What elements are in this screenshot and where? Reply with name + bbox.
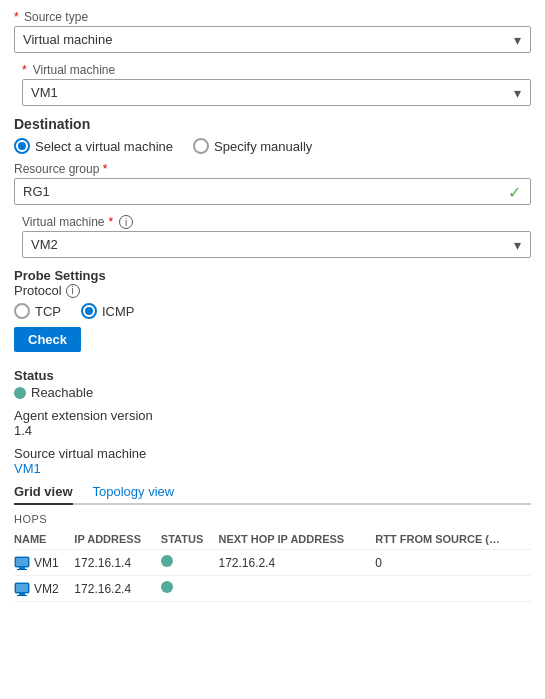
- probe-title: Probe Settings: [14, 268, 531, 283]
- status-section: Status Reachable: [14, 368, 531, 400]
- col-ip: IP ADDRESS: [74, 529, 161, 550]
- protocol-icmp-label: ICMP: [102, 304, 135, 319]
- col-name: NAME: [14, 529, 74, 550]
- vm-icon: [14, 556, 30, 570]
- status-value-row: Reachable: [14, 385, 531, 400]
- protocol-tcp-circle: [14, 303, 30, 319]
- svg-rect-5: [19, 593, 25, 595]
- source-vm-select[interactable]: VM1: [22, 79, 531, 106]
- destination-radio-group: Select a virtual machine Specify manuall…: [14, 138, 531, 154]
- hop-name-text: VM1: [34, 556, 59, 570]
- protocol-options: TCP ICMP: [14, 303, 531, 319]
- source-type-text: Source type: [24, 10, 88, 24]
- dest-vm-field: Virtual machine * i VM2: [14, 215, 531, 258]
- protocol-label-text: Protocol: [14, 283, 62, 298]
- source-vm-field-label: * Virtual machine: [22, 63, 531, 77]
- source-vm-select-wrapper: VM1: [22, 79, 531, 106]
- destination-radio-manual-circle: [193, 138, 209, 154]
- destination-radio-manual[interactable]: Specify manually: [193, 138, 312, 154]
- dest-vm-required-star: *: [109, 215, 114, 229]
- source-vm-required-star: *: [22, 63, 27, 77]
- source-vm-section: Source virtual machine VM1: [14, 446, 531, 476]
- protocol-icmp-circle: [81, 303, 97, 319]
- hop-status-ok: [161, 555, 173, 567]
- destination-title: Destination: [14, 116, 531, 132]
- resource-group-label: Resource group *: [14, 162, 531, 176]
- agent-version-label: Agent extension version: [14, 408, 531, 423]
- col-rtt: RTT FROM SOURCE (…: [375, 529, 531, 550]
- hop-rtt-cell: [375, 576, 531, 602]
- col-status: STATUS: [161, 529, 219, 550]
- hop-name-text: VM2: [34, 582, 59, 596]
- hop-status-cell: [161, 576, 219, 602]
- tab-grid-view[interactable]: Grid view: [14, 484, 73, 505]
- resource-group-select-wrapper: RG1 ✓: [14, 178, 531, 205]
- status-dot-green: [14, 387, 26, 399]
- dest-vm-info-icon[interactable]: i: [119, 215, 133, 229]
- status-title: Status: [14, 368, 531, 383]
- resource-group-field: Resource group * RG1 ✓: [14, 162, 531, 205]
- table-row: VM1 172.16.1.4172.16.2.40: [14, 550, 531, 576]
- hop-name-cell: VM1: [14, 550, 74, 576]
- dest-vm-select-wrapper: VM2: [22, 231, 531, 258]
- resource-group-select[interactable]: RG1: [14, 178, 531, 205]
- hop-name-cell: VM2: [14, 576, 74, 602]
- view-tabs: Grid view Topology view: [14, 484, 531, 505]
- protocol-tcp-radio[interactable]: TCP: [14, 303, 61, 319]
- source-vm-field-group: * Virtual machine VM1: [14, 63, 531, 106]
- dest-vm-select[interactable]: VM2: [22, 231, 531, 258]
- dest-vm-label: Virtual machine * i: [22, 215, 531, 229]
- source-type-label: * Source type: [14, 10, 531, 24]
- dest-vm-label-text: Virtual machine: [22, 215, 105, 229]
- source-vm-label-text: Virtual machine: [33, 63, 116, 77]
- hops-section: Hops NAME IP ADDRESS STATUS NEXT HOP IP …: [14, 513, 531, 602]
- hop-next-hop-cell: 172.16.2.4: [218, 550, 375, 576]
- destination-radio-vm[interactable]: Select a virtual machine: [14, 138, 173, 154]
- resource-group-required-star: *: [103, 162, 108, 176]
- protocol-tcp-label: TCP: [35, 304, 61, 319]
- tab-topology-view[interactable]: Topology view: [93, 484, 175, 503]
- resource-group-label-text: Resource group: [14, 162, 99, 176]
- protocol-label-row: Protocol i: [14, 283, 531, 298]
- source-type-select[interactable]: Virtual machine: [14, 26, 531, 53]
- hop-ip-cell: 172.16.1.4: [74, 550, 161, 576]
- hop-next-hop-cell: [218, 576, 375, 602]
- hops-table-header-row: NAME IP ADDRESS STATUS NEXT HOP IP ADDRE…: [14, 529, 531, 550]
- destination-section: Destination Select a virtual machine Spe…: [14, 116, 531, 258]
- destination-radio-vm-circle: [14, 138, 30, 154]
- protocol-info-icon[interactable]: i: [66, 284, 80, 298]
- destination-radio-manual-label: Specify manually: [214, 139, 312, 154]
- hop-ip-cell: 172.16.2.4: [74, 576, 161, 602]
- check-button[interactable]: Check: [14, 327, 81, 352]
- svg-rect-2: [17, 569, 27, 570]
- vm-icon: [14, 582, 30, 596]
- status-value-text: Reachable: [31, 385, 93, 400]
- table-row: VM2 172.16.2.4: [14, 576, 531, 602]
- hop-rtt-cell: 0: [375, 550, 531, 576]
- destination-radio-vm-label: Select a virtual machine: [35, 139, 173, 154]
- svg-rect-7: [16, 584, 28, 592]
- col-next-hop: NEXT HOP IP ADDRESS: [218, 529, 375, 550]
- hop-status-ok: [161, 581, 173, 593]
- protocol-icmp-radio[interactable]: ICMP: [81, 303, 135, 319]
- source-type-select-wrapper: Virtual machine: [14, 26, 531, 53]
- hops-table: NAME IP ADDRESS STATUS NEXT HOP IP ADDRE…: [14, 529, 531, 602]
- agent-version-section: Agent extension version 1.4: [14, 408, 531, 438]
- svg-rect-3: [16, 558, 28, 566]
- agent-version-value: 1.4: [14, 423, 531, 438]
- probe-section: Probe Settings Protocol i TCP ICMP Check: [14, 268, 531, 360]
- svg-rect-6: [17, 595, 27, 596]
- hops-title: Hops: [14, 513, 531, 525]
- source-vm-section-value[interactable]: VM1: [14, 461, 531, 476]
- svg-rect-1: [19, 567, 25, 569]
- source-vm-section-label: Source virtual machine: [14, 446, 531, 461]
- hop-status-cell: [161, 550, 219, 576]
- source-section: * Source type Virtual machine: [14, 10, 531, 53]
- source-type-required-star: *: [14, 10, 19, 24]
